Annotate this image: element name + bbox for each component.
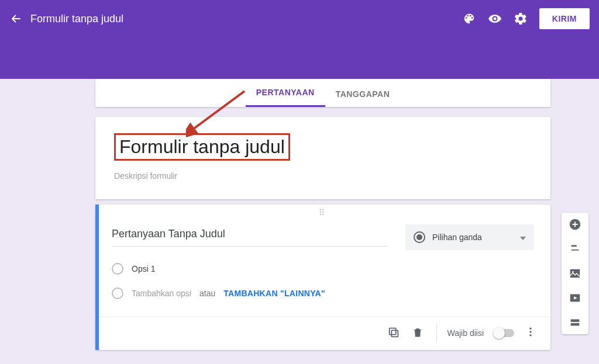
svg-point-4 [529, 331, 531, 332]
svg-point-5 [529, 334, 531, 336]
svg-rect-2 [389, 328, 395, 335]
svg-point-8 [572, 271, 574, 273]
app-header: Formulir tanpa judul KIRIM [0, 0, 599, 79]
question-type-dropdown[interactable]: Pilihan ganda [405, 224, 534, 250]
tab-questions[interactable]: PERTANYAAN [246, 79, 325, 107]
back-arrow-icon[interactable] [9, 12, 23, 26]
document-title[interactable]: Formulir tanpa judul [30, 13, 123, 25]
add-option-button[interactable]: Tambahkan opsi [132, 289, 191, 298]
add-video-icon[interactable] [568, 291, 582, 305]
form-description-input[interactable]: Deskripsi formulir [114, 171, 532, 181]
svg-rect-10 [571, 320, 580, 323]
or-label: atau [199, 289, 215, 298]
send-button[interactable]: KIRIM [539, 8, 590, 29]
svg-rect-7 [570, 269, 580, 278]
question-title-input[interactable]: Pertanyaan Tanpa Judul [112, 224, 388, 247]
chevron-down-icon [520, 233, 526, 242]
form-header-card: Formulir tanpa judul Deskripsi formulir [95, 117, 550, 199]
form-title-input[interactable]: Formulir tanpa judul [116, 135, 288, 159]
active-card-indicator [95, 204, 99, 350]
option-row: Opsi 1 [112, 263, 534, 275]
question-footer: Wajib diisi [95, 317, 550, 350]
svg-rect-11 [571, 323, 580, 326]
radio-icon [112, 287, 123, 299]
drag-handle-icon[interactable]: ⠿ [95, 204, 550, 219]
radio-icon [414, 231, 425, 243]
option-input[interactable]: Opsi 1 [132, 264, 155, 273]
divider [436, 324, 437, 342]
required-label: Wajib diisi [447, 328, 484, 338]
add-title-icon[interactable] [568, 242, 582, 256]
more-vert-icon[interactable] [525, 326, 539, 340]
settings-gear-icon[interactable] [514, 12, 528, 26]
add-other-button[interactable]: TAMBAHKAN "LAINNYA" [223, 289, 325, 298]
question-card: ⠿ Pertanyaan Tanpa Judul Pilihan ganda O… [95, 204, 550, 350]
side-toolbar [562, 213, 588, 334]
annotation-highlight-box: Formulir tanpa judul [114, 133, 290, 161]
preview-eye-icon[interactable] [488, 12, 502, 26]
svg-point-0 [493, 18, 496, 20]
add-section-icon[interactable] [568, 316, 582, 330]
delete-icon[interactable] [412, 326, 426, 340]
form-tabs: PERTANYAAN TANGGAPAN [95, 79, 550, 107]
required-toggle[interactable] [494, 329, 514, 337]
radio-icon [112, 263, 123, 275]
add-image-icon[interactable] [568, 266, 582, 280]
tab-responses[interactable]: TANGGAPAN [325, 81, 401, 107]
palette-icon[interactable] [462, 12, 476, 26]
duplicate-icon[interactable] [387, 326, 401, 340]
svg-point-3 [529, 328, 531, 330]
question-type-label: Pilihan ganda [432, 233, 482, 242]
add-question-icon[interactable] [568, 217, 582, 231]
svg-rect-1 [391, 330, 398, 337]
add-option-row: Tambahkan opsi atau TAMBAHKAN "LAINNYA" [112, 287, 534, 299]
